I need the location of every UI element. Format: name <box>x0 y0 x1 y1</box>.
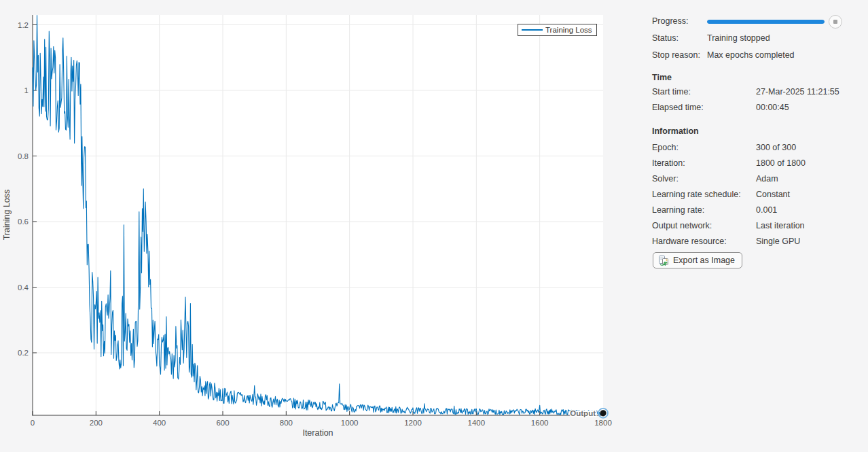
output-network-value: Last iteration <box>756 221 805 230</box>
lr-schedule-label: Learning rate schedule: <box>652 190 741 199</box>
stop-reason-value: Max epochs completed <box>707 50 795 60</box>
x-tick-labels: 020040060080010001200140016001800 <box>31 419 612 427</box>
y-axis-label: Training Loss <box>2 190 12 241</box>
status-value: Training stopped <box>707 33 770 43</box>
export-as-image-button[interactable]: Export as Image <box>653 252 742 268</box>
svg-text:800: 800 <box>280 419 293 427</box>
learning-rate-value: 0.001 <box>756 205 777 215</box>
progress-bar-fill <box>707 20 825 24</box>
training-plot: 020040060080010001200140016001800 0.20.4… <box>0 0 638 452</box>
time-section-header: Time <box>652 73 672 84</box>
svg-text:1.2: 1.2 <box>18 21 29 29</box>
export-image-icon <box>658 255 669 266</box>
elapsed-time-label: Elapsed time: <box>652 103 704 112</box>
solver-value: Adam <box>756 174 778 184</box>
iteration-value: 1800 of 1800 <box>756 158 806 168</box>
svg-text:0.6: 0.6 <box>18 218 29 226</box>
svg-text:1200: 1200 <box>404 419 422 427</box>
svg-text:1000: 1000 <box>341 419 359 427</box>
svg-text:1400: 1400 <box>468 419 486 427</box>
epoch-label: Epoch: <box>652 143 679 152</box>
progress-bar <box>707 20 825 24</box>
svg-text:Output: Output <box>570 409 596 417</box>
training-progress-window: 020040060080010001200140016001800 0.20.4… <box>0 0 868 452</box>
y-tick-labels: 0.20.40.60.811.2 <box>18 21 29 358</box>
svg-text:0.8: 0.8 <box>18 152 29 160</box>
svg-text:1: 1 <box>24 86 29 94</box>
svg-text:600: 600 <box>216 419 229 427</box>
svg-text:400: 400 <box>153 419 166 427</box>
hardware-resource-label: Hardware resource: <box>652 237 727 246</box>
learning-rate-label: Learning rate: <box>652 205 704 215</box>
stop-button[interactable] <box>829 15 842 29</box>
start-time-value: 27-Mar-2025 11:21:55 <box>756 87 839 97</box>
start-time-label: Start time: <box>652 87 691 97</box>
svg-text:Training Loss: Training Loss <box>545 26 592 34</box>
svg-text:0.4: 0.4 <box>18 283 29 292</box>
elapsed-time-value: 00:00:45 <box>756 103 789 112</box>
svg-text:1600: 1600 <box>531 419 549 427</box>
information-section-header: Information <box>652 126 699 138</box>
stop-reason-label: Stop reason: <box>652 50 700 60</box>
svg-text:0: 0 <box>31 419 35 427</box>
svg-text:0.2: 0.2 <box>18 349 29 357</box>
plot-background <box>33 15 603 415</box>
stop-icon <box>833 20 837 24</box>
lr-schedule-value: Constant <box>756 190 790 199</box>
loss-chart-svg: 020040060080010001200140016001800 0.20.4… <box>0 0 638 452</box>
status-label: Status: <box>652 33 679 43</box>
epoch-value: 300 of 300 <box>756 143 796 152</box>
legend: Training Loss <box>518 24 597 36</box>
solver-label: Solver: <box>652 174 679 184</box>
output-network-label: Output network: <box>652 221 712 230</box>
iteration-label: Iteration: <box>652 158 685 168</box>
training-info-panel: Progress: Status: Training stopped Stop … <box>652 0 868 452</box>
svg-text:200: 200 <box>90 419 103 427</box>
export-as-image-label: Export as Image <box>673 256 735 265</box>
x-axis-label: Iteration <box>302 428 333 438</box>
progress-label: Progress: <box>652 16 689 26</box>
svg-text:1800: 1800 <box>594 419 612 427</box>
hardware-resource-value: Single GPU <box>756 237 800 246</box>
